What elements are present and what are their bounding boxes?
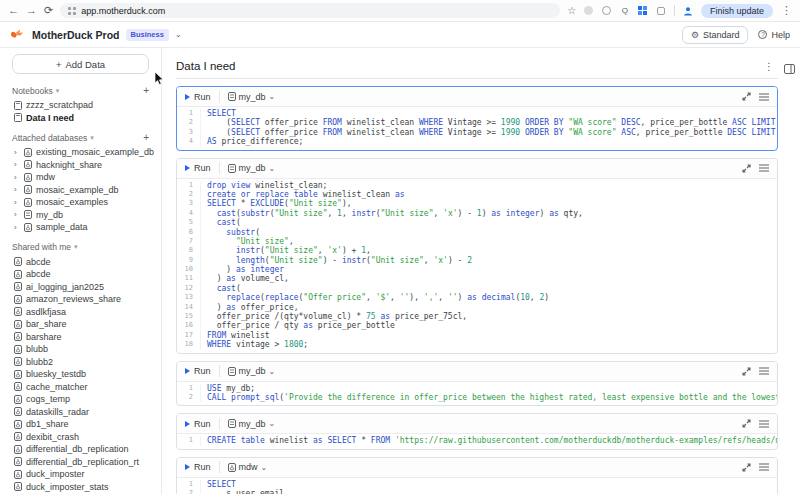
sidebar-item[interactable]: db1_share [0,418,161,431]
sidebar-item[interactable]: dataskills_radar [0,406,161,419]
expand-chevron-icon[interactable]: › [14,185,20,194]
section-header[interactable]: Notebooks▾+ [0,82,161,99]
expand-cell-icon[interactable] [742,419,751,428]
standard-mode-button[interactable]: ⚙ Standard [682,26,749,44]
cell-menu-icon[interactable] [759,93,769,101]
sidebar-item[interactable]: Data I need [0,112,161,125]
sidebar-item[interactable]: abcde [0,268,161,281]
expand-cell-icon[interactable] [742,367,751,376]
sidebar-item[interactable]: cache_matcher [0,381,161,394]
database-selector[interactable]: my_db⌄ [228,366,276,376]
sidebar-item[interactable]: blubb [0,343,161,356]
run-button[interactable]: Run [185,92,211,102]
sidebar-item[interactable]: differential_db_replication [0,443,161,456]
play-icon [185,421,190,427]
sidebar-item[interactable]: dexibit_crash [0,431,161,444]
run-button[interactable]: Run [185,366,211,376]
database-selector[interactable]: my_db⌄ [228,419,276,429]
cell-menu-icon[interactable] [759,420,769,428]
notebook-menu-icon[interactable]: ⋮ [760,61,778,72]
section-header[interactable]: Shared with me▾ [0,239,161,256]
sidebar-item[interactable]: ›mdw [0,171,161,184]
line-number: 4 [177,137,201,146]
reload-icon[interactable]: ⟳ [44,5,53,16]
extension-icon[interactable] [584,6,594,16]
sidebar-item[interactable]: barshare [0,331,161,344]
database-selector[interactable]: my_db⌄ [228,163,276,173]
expand-chevron-icon[interactable]: › [14,198,20,207]
sidebar-item[interactable]: ›mosaic_examples [0,196,161,209]
cell-menu-icon[interactable] [759,164,769,172]
workspace-name[interactable]: MotherDuck Prod [32,29,120,41]
code-editor[interactable]: 1SELECT2 s.user_email,3 z.Company_Name,4… [177,478,777,494]
database-selector[interactable]: mdw⌄ [228,462,268,472]
sidebar-item[interactable]: ›my_db [0,209,161,222]
toggle-side-panel-icon[interactable] [784,60,795,78]
finish-update-button[interactable]: Finish update [701,4,773,18]
forward-icon[interactable]: → [26,5,37,16]
sidebar-item[interactable]: duck_imposter [0,468,161,481]
sidebar-item-label: dataskills_radar [26,407,89,417]
sidebar-item[interactable]: ›sample_data [0,221,161,234]
back-icon[interactable]: ← [8,5,19,16]
code-text: USE my_db; [201,384,255,393]
sidebar-item[interactable]: blubb2 [0,356,161,369]
code-editor[interactable]: 1drop view winelist_clean;2create or rep… [177,179,777,353]
extension-globe-icon[interactable] [602,6,612,16]
address-bar[interactable]: app.motherduck.com [60,3,560,18]
section-header[interactable]: Attached databases▾+ [0,129,161,146]
sidebar-item[interactable]: asdlkfjasa [0,306,161,319]
expand-cell-icon[interactable] [742,92,751,101]
extensions-puzzle-icon[interactable] [656,6,666,16]
header-divider [176,78,778,79]
run-button[interactable]: Run [185,163,211,173]
help-button[interactable]: ? Help [758,30,790,40]
extension-q-icon[interactable]: Q [620,6,630,16]
sidebar-item[interactable]: ai_logging_jan2025 [0,281,161,294]
toolbar-separator [219,461,220,473]
add-data-button[interactable]: + Add Data [12,54,149,74]
sidebar-item[interactable]: abcde [0,256,161,269]
chrome-separator [674,5,675,16]
bookmark-star-icon[interactable]: ☆ [567,5,576,16]
database-selector[interactable]: my_db⌄ [228,92,276,102]
browser-menu-icon[interactable]: ⋮ [781,5,792,16]
code-editor[interactable]: 1USE my_db;2CALL prompt_sql('Provide the… [177,382,777,406]
sidebar-item[interactable]: bluesky_testdb [0,368,161,381]
line-number: 9 [177,256,201,265]
workspace-chevron-down-icon[interactable]: ⌄ [175,30,182,39]
sidebar-item[interactable]: ›existing_mosaic_example_db [0,146,161,159]
code-editor[interactable]: 1SELECT2 (SELECT offer_price FROM wineli… [177,107,777,150]
sidebar-item[interactable]: zzzz_scratchpad [0,99,161,112]
site-permissions-icon[interactable] [68,7,76,15]
sidebar-item[interactable]: ›mosaic_example_db [0,184,161,197]
run-button[interactable]: Run [185,419,211,429]
sidebar-item[interactable]: differential_db_replication_rt [0,456,161,469]
line-number: 8 [177,246,201,255]
section-add-icon[interactable]: + [143,132,149,143]
expand-cell-icon[interactable] [742,463,751,472]
extension-grid-icon[interactable] [638,6,648,16]
cell-menu-icon[interactable] [759,367,769,375]
line-number: 3 [177,128,201,137]
expand-chevron-icon[interactable]: › [14,210,20,219]
shared-database-icon [14,370,22,379]
expand-chevron-icon[interactable]: › [14,173,20,182]
expand-cell-icon[interactable] [742,164,751,173]
profile-icon[interactable] [683,6,693,16]
expand-chevron-icon[interactable]: › [14,148,20,157]
expand-chevron-icon[interactable]: › [14,160,20,169]
chevron-down-icon: ⌄ [269,367,276,376]
sidebar-item[interactable]: ›hacknight_share [0,159,161,172]
code-editor[interactable]: 1CREATE table winelist as SELECT * FROM … [177,434,777,448]
expand-chevron-icon[interactable]: › [14,223,20,232]
section-add-icon[interactable]: + [143,85,149,96]
cell-menu-icon[interactable] [759,463,769,471]
run-button[interactable]: Run [185,462,211,472]
sidebar-item[interactable]: cogs_temp [0,393,161,406]
line-number: 1 [177,480,201,489]
sidebar-item[interactable]: duck_imposter_stats [0,481,161,494]
sidebar-item[interactable]: bar_share [0,318,161,331]
sidebar-item[interactable]: amazon_reviews_share [0,293,161,306]
help-icon: ? [758,30,767,39]
